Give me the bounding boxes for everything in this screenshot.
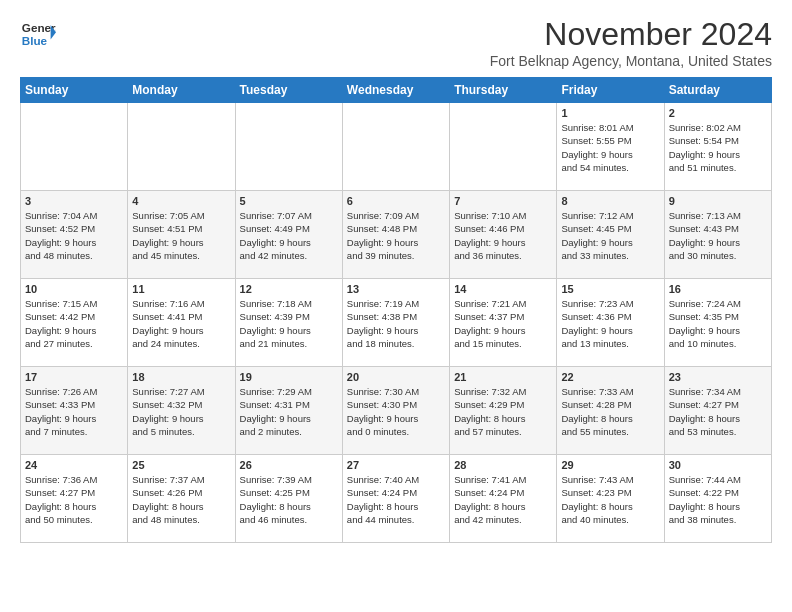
day-info: Sunrise: 7:39 AM Sunset: 4:25 PM Dayligh… bbox=[240, 473, 338, 526]
cell-4-6: 22Sunrise: 7:33 AM Sunset: 4:28 PM Dayli… bbox=[557, 367, 664, 455]
day-number: 22 bbox=[561, 371, 659, 383]
day-number: 9 bbox=[669, 195, 767, 207]
cell-5-3: 26Sunrise: 7:39 AM Sunset: 4:25 PM Dayli… bbox=[235, 455, 342, 543]
cell-2-1: 3Sunrise: 7:04 AM Sunset: 4:52 PM Daylig… bbox=[21, 191, 128, 279]
cell-3-5: 14Sunrise: 7:21 AM Sunset: 4:37 PM Dayli… bbox=[450, 279, 557, 367]
day-number: 7 bbox=[454, 195, 552, 207]
day-info: Sunrise: 7:29 AM Sunset: 4:31 PM Dayligh… bbox=[240, 385, 338, 438]
day-info: Sunrise: 7:40 AM Sunset: 4:24 PM Dayligh… bbox=[347, 473, 445, 526]
day-number: 12 bbox=[240, 283, 338, 295]
location-subtitle: Fort Belknap Agency, Montana, United Sta… bbox=[490, 53, 772, 69]
cell-4-1: 17Sunrise: 7:26 AM Sunset: 4:33 PM Dayli… bbox=[21, 367, 128, 455]
day-info: Sunrise: 7:37 AM Sunset: 4:26 PM Dayligh… bbox=[132, 473, 230, 526]
day-info: Sunrise: 7:33 AM Sunset: 4:28 PM Dayligh… bbox=[561, 385, 659, 438]
cell-2-5: 7Sunrise: 7:10 AM Sunset: 4:46 PM Daylig… bbox=[450, 191, 557, 279]
day-info: Sunrise: 7:30 AM Sunset: 4:30 PM Dayligh… bbox=[347, 385, 445, 438]
day-number: 28 bbox=[454, 459, 552, 471]
cell-3-1: 10Sunrise: 7:15 AM Sunset: 4:42 PM Dayli… bbox=[21, 279, 128, 367]
cell-4-7: 23Sunrise: 7:34 AM Sunset: 4:27 PM Dayli… bbox=[664, 367, 771, 455]
day-number: 8 bbox=[561, 195, 659, 207]
day-number: 21 bbox=[454, 371, 552, 383]
cell-1-7: 2Sunrise: 8:02 AM Sunset: 5:54 PM Daylig… bbox=[664, 103, 771, 191]
week-row-3: 10Sunrise: 7:15 AM Sunset: 4:42 PM Dayli… bbox=[21, 279, 772, 367]
logo-icon: General Blue bbox=[20, 16, 56, 52]
day-info: Sunrise: 7:15 AM Sunset: 4:42 PM Dayligh… bbox=[25, 297, 123, 350]
day-number: 17 bbox=[25, 371, 123, 383]
day-info: Sunrise: 7:43 AM Sunset: 4:23 PM Dayligh… bbox=[561, 473, 659, 526]
day-info: Sunrise: 7:41 AM Sunset: 4:24 PM Dayligh… bbox=[454, 473, 552, 526]
cell-1-1 bbox=[21, 103, 128, 191]
cell-5-7: 30Sunrise: 7:44 AM Sunset: 4:22 PM Dayli… bbox=[664, 455, 771, 543]
cell-2-4: 6Sunrise: 7:09 AM Sunset: 4:48 PM Daylig… bbox=[342, 191, 449, 279]
header-saturday: Saturday bbox=[664, 78, 771, 103]
day-number: 27 bbox=[347, 459, 445, 471]
header-tuesday: Tuesday bbox=[235, 78, 342, 103]
cell-3-7: 16Sunrise: 7:24 AM Sunset: 4:35 PM Dayli… bbox=[664, 279, 771, 367]
day-number: 6 bbox=[347, 195, 445, 207]
day-info: Sunrise: 7:05 AM Sunset: 4:51 PM Dayligh… bbox=[132, 209, 230, 262]
weekday-header-row: SundayMondayTuesdayWednesdayThursdayFrid… bbox=[21, 78, 772, 103]
header-wednesday: Wednesday bbox=[342, 78, 449, 103]
day-number: 19 bbox=[240, 371, 338, 383]
cell-4-2: 18Sunrise: 7:27 AM Sunset: 4:32 PM Dayli… bbox=[128, 367, 235, 455]
day-info: Sunrise: 7:26 AM Sunset: 4:33 PM Dayligh… bbox=[25, 385, 123, 438]
day-info: Sunrise: 8:01 AM Sunset: 5:55 PM Dayligh… bbox=[561, 121, 659, 174]
calendar-table: SundayMondayTuesdayWednesdayThursdayFrid… bbox=[20, 77, 772, 543]
cell-4-3: 19Sunrise: 7:29 AM Sunset: 4:31 PM Dayli… bbox=[235, 367, 342, 455]
day-number: 23 bbox=[669, 371, 767, 383]
day-number: 11 bbox=[132, 283, 230, 295]
day-number: 5 bbox=[240, 195, 338, 207]
day-number: 29 bbox=[561, 459, 659, 471]
day-info: Sunrise: 7:32 AM Sunset: 4:29 PM Dayligh… bbox=[454, 385, 552, 438]
cell-3-3: 12Sunrise: 7:18 AM Sunset: 4:39 PM Dayli… bbox=[235, 279, 342, 367]
header-sunday: Sunday bbox=[21, 78, 128, 103]
day-number: 16 bbox=[669, 283, 767, 295]
cell-5-5: 28Sunrise: 7:41 AM Sunset: 4:24 PM Dayli… bbox=[450, 455, 557, 543]
day-number: 3 bbox=[25, 195, 123, 207]
day-number: 24 bbox=[25, 459, 123, 471]
day-info: Sunrise: 7:16 AM Sunset: 4:41 PM Dayligh… bbox=[132, 297, 230, 350]
cell-5-6: 29Sunrise: 7:43 AM Sunset: 4:23 PM Dayli… bbox=[557, 455, 664, 543]
day-number: 15 bbox=[561, 283, 659, 295]
day-info: Sunrise: 7:36 AM Sunset: 4:27 PM Dayligh… bbox=[25, 473, 123, 526]
week-row-4: 17Sunrise: 7:26 AM Sunset: 4:33 PM Dayli… bbox=[21, 367, 772, 455]
day-number: 30 bbox=[669, 459, 767, 471]
logo: General Blue bbox=[20, 16, 56, 52]
header-friday: Friday bbox=[557, 78, 664, 103]
header-monday: Monday bbox=[128, 78, 235, 103]
cell-5-4: 27Sunrise: 7:40 AM Sunset: 4:24 PM Dayli… bbox=[342, 455, 449, 543]
day-info: Sunrise: 7:34 AM Sunset: 4:27 PM Dayligh… bbox=[669, 385, 767, 438]
cell-2-3: 5Sunrise: 7:07 AM Sunset: 4:49 PM Daylig… bbox=[235, 191, 342, 279]
day-info: Sunrise: 7:27 AM Sunset: 4:32 PM Dayligh… bbox=[132, 385, 230, 438]
day-info: Sunrise: 7:44 AM Sunset: 4:22 PM Dayligh… bbox=[669, 473, 767, 526]
cell-2-7: 9Sunrise: 7:13 AM Sunset: 4:43 PM Daylig… bbox=[664, 191, 771, 279]
cell-5-2: 25Sunrise: 7:37 AM Sunset: 4:26 PM Dayli… bbox=[128, 455, 235, 543]
day-number: 2 bbox=[669, 107, 767, 119]
week-row-5: 24Sunrise: 7:36 AM Sunset: 4:27 PM Dayli… bbox=[21, 455, 772, 543]
cell-3-6: 15Sunrise: 7:23 AM Sunset: 4:36 PM Dayli… bbox=[557, 279, 664, 367]
cell-1-6: 1Sunrise: 8:01 AM Sunset: 5:55 PM Daylig… bbox=[557, 103, 664, 191]
day-info: Sunrise: 7:07 AM Sunset: 4:49 PM Dayligh… bbox=[240, 209, 338, 262]
day-info: Sunrise: 7:23 AM Sunset: 4:36 PM Dayligh… bbox=[561, 297, 659, 350]
week-row-2: 3Sunrise: 7:04 AM Sunset: 4:52 PM Daylig… bbox=[21, 191, 772, 279]
day-info: Sunrise: 7:09 AM Sunset: 4:48 PM Dayligh… bbox=[347, 209, 445, 262]
week-row-1: 1Sunrise: 8:01 AM Sunset: 5:55 PM Daylig… bbox=[21, 103, 772, 191]
cell-2-6: 8Sunrise: 7:12 AM Sunset: 4:45 PM Daylig… bbox=[557, 191, 664, 279]
day-number: 10 bbox=[25, 283, 123, 295]
day-info: Sunrise: 7:12 AM Sunset: 4:45 PM Dayligh… bbox=[561, 209, 659, 262]
day-info: Sunrise: 7:10 AM Sunset: 4:46 PM Dayligh… bbox=[454, 209, 552, 262]
cell-3-4: 13Sunrise: 7:19 AM Sunset: 4:38 PM Dayli… bbox=[342, 279, 449, 367]
day-number: 25 bbox=[132, 459, 230, 471]
month-title: November 2024 bbox=[490, 16, 772, 53]
day-number: 1 bbox=[561, 107, 659, 119]
cell-1-5 bbox=[450, 103, 557, 191]
day-info: Sunrise: 7:04 AM Sunset: 4:52 PM Dayligh… bbox=[25, 209, 123, 262]
header-thursday: Thursday bbox=[450, 78, 557, 103]
day-info: Sunrise: 8:02 AM Sunset: 5:54 PM Dayligh… bbox=[669, 121, 767, 174]
cell-1-3 bbox=[235, 103, 342, 191]
day-info: Sunrise: 7:21 AM Sunset: 4:37 PM Dayligh… bbox=[454, 297, 552, 350]
cell-4-5: 21Sunrise: 7:32 AM Sunset: 4:29 PM Dayli… bbox=[450, 367, 557, 455]
cell-1-2 bbox=[128, 103, 235, 191]
day-number: 13 bbox=[347, 283, 445, 295]
title-block: November 2024 Fort Belknap Agency, Monta… bbox=[490, 16, 772, 69]
